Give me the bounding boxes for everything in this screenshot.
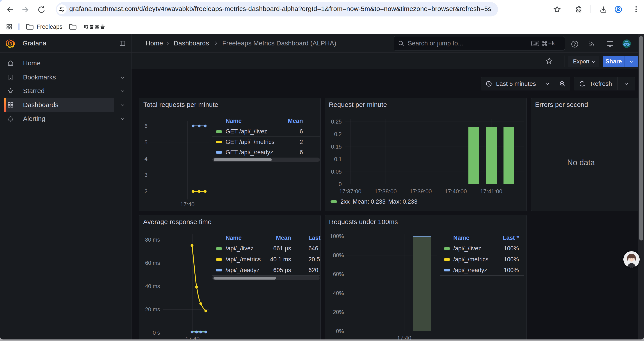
- svg-text:2: 2: [144, 188, 148, 194]
- svg-text:17:40:00: 17:40:00: [444, 188, 467, 195]
- svg-text:20 ms: 20 ms: [145, 306, 160, 312]
- svg-text:20%: 20%: [333, 309, 344, 315]
- svg-text:0.25: 0.25: [331, 119, 342, 125]
- svg-text:17:39:00: 17:39:00: [410, 188, 432, 195]
- svg-text:80 ms: 80 ms: [145, 237, 160, 243]
- svg-text:17:37:00: 17:37:00: [339, 188, 361, 195]
- svg-text:80%: 80%: [333, 252, 344, 258]
- svg-text:60 ms: 60 ms: [145, 260, 160, 266]
- svg-text:0.05: 0.05: [331, 169, 342, 175]
- svg-text:0: 0: [339, 181, 342, 187]
- svg-text:0.15: 0.15: [331, 144, 342, 150]
- svg-text:40 ms: 40 ms: [145, 283, 160, 289]
- svg-text:17:40: 17:40: [397, 335, 411, 339]
- svg-text:0.1: 0.1: [334, 156, 342, 162]
- svg-text:0%: 0%: [336, 328, 344, 334]
- svg-text:17:40: 17:40: [185, 335, 200, 339]
- svg-text:17:40: 17:40: [180, 201, 194, 208]
- svg-text:17:38:00: 17:38:00: [374, 188, 396, 195]
- svg-text:6: 6: [144, 123, 148, 129]
- svg-text:0.2: 0.2: [334, 131, 342, 137]
- svg-text:17:41:00: 17:41:00: [480, 188, 502, 195]
- svg-text:40%: 40%: [333, 290, 344, 296]
- svg-text:3: 3: [144, 172, 148, 178]
- svg-text:4: 4: [144, 156, 148, 162]
- svg-text:100%: 100%: [330, 233, 344, 239]
- svg-text:60%: 60%: [333, 271, 344, 277]
- svg-text:5: 5: [144, 139, 148, 146]
- svg-text:0 s: 0 s: [153, 329, 160, 336]
